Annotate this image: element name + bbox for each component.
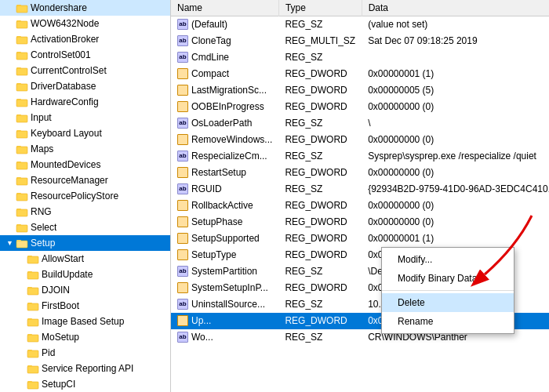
table-row[interactable]: abRespecializeCm...REG_SZSysprep\sysprep… — [171, 148, 549, 165]
sidebar-item-label: BuildUpdate — [42, 267, 93, 281]
menu-item-modify[interactable]: Modify... — [382, 250, 514, 269]
value-name: RollbackActive — [191, 198, 253, 212]
table-row[interactable]: ab(Default)REG_SZ(value not set) — [171, 16, 549, 33]
cell-name: abUninstallSource... — [171, 296, 278, 313]
cell-type: REG_DWORD — [278, 214, 362, 230]
table-row[interactable]: RestartSetupREG_DWORD0x00000000 (0) — [171, 165, 549, 181]
cell-data: 0x00000001 (1) — [362, 230, 549, 247]
sidebar-item-maps[interactable]: ▶Maps — [0, 141, 170, 157]
sidebar-item-label: MoSetup — [42, 330, 79, 344]
ab-icon: ab — [177, 35, 188, 46]
sidebar-item-djoin[interactable]: DJOIN — [0, 282, 170, 298]
sidebar-item-currentcontrolset[interactable]: ▶CurrentControlSet — [0, 63, 170, 78]
reg-icon — [177, 216, 188, 227]
cell-name: abSystemPartition — [171, 263, 278, 280]
cell-data: 0x00000000 (0) — [362, 198, 549, 214]
sidebar-item-allowstart[interactable]: AllowStart — [0, 251, 170, 267]
sidebar-item-wondershare[interactable]: ▶Wondershare — [0, 0, 170, 16]
folder-icon — [16, 206, 28, 217]
sidebar-item-label: RNG — [31, 205, 52, 219]
menu-item-rename[interactable]: Rename — [382, 312, 514, 331]
svg-rect-15 — [16, 115, 27, 122]
sidebar-item-servicereportingapi[interactable]: Service Reporting API — [0, 361, 170, 376]
sidebar-item-label: Maps — [31, 142, 53, 156]
value-name: SetupSupported — [191, 231, 260, 245]
sidebar-item-label: Keyboard Layout — [31, 126, 102, 140]
sidebar-item-imagebasedsetup[interactable]: Image Based Setup — [0, 314, 170, 329]
cell-name: abRespecializeCm... — [171, 148, 278, 165]
sidebar-item-resourcepolicystore[interactable]: ▶ResourcePolicyStore — [0, 188, 170, 204]
expand-arrow-icon: ▶ — [6, 126, 14, 140]
cell-type: REG_DWORD — [278, 280, 362, 296]
sidebar-item-select[interactable]: ▶Select — [0, 220, 170, 235]
sidebar-item-label: ControlSet001 — [31, 48, 91, 62]
cell-name: SetupType — [171, 247, 278, 263]
expand-arrow-icon: ▶ — [6, 111, 14, 125]
sidebar-item-rng[interactable]: ▶RNG — [0, 204, 170, 220]
sidebar-item-label: Image Based Setup — [42, 314, 124, 328]
expand-arrow-icon: ▶ — [6, 48, 14, 62]
folder-icon — [27, 269, 39, 280]
sidebar-item-setupci[interactable]: SetupCI — [0, 376, 170, 392]
cell-type: REG_DWORD — [278, 313, 362, 329]
sidebar-item-input[interactable]: ▶Input — [0, 110, 170, 125]
cell-type: REG_DWORD — [278, 82, 362, 99]
table-row[interactable]: abCloneTagREG_MULTI_SZSat Dec 07 09:18:2… — [171, 33, 549, 49]
menu-item-modifybinary[interactable]: Modify Binary Data... — [382, 269, 514, 288]
sidebar-item-buildupdate[interactable]: BuildUpdate — [0, 267, 170, 282]
ab-icon: ab — [177, 183, 188, 194]
sidebar-item-label: Input — [31, 111, 52, 125]
folder-icon — [16, 49, 28, 60]
value-name: Up... — [191, 314, 211, 328]
value-name: UninstallSource... — [191, 297, 265, 311]
folder-icon — [27, 285, 39, 296]
value-name: SystemPartition — [191, 264, 257, 278]
folder-icon — [27, 347, 39, 358]
svg-rect-45 — [27, 350, 38, 358]
table-row[interactable]: RollbackActiveREG_DWORD0x00000000 (0) — [171, 198, 549, 214]
table-row[interactable]: abOsLoaderPathREG_SZ\ — [171, 115, 549, 132]
menu-separator — [382, 290, 514, 291]
col-data: Data — [362, 0, 549, 16]
table-row[interactable]: abRGUIDREG_SZ{92934B2D-9759-41D0-96AD-3E… — [171, 181, 549, 198]
sidebar-item-driverdatabase[interactable]: ▶DriverDatabase — [0, 78, 170, 94]
table-row[interactable]: LastMigrationSc...REG_DWORD0x00000005 (5… — [171, 82, 549, 99]
sidebar-item-pid[interactable]: Pid — [0, 345, 170, 361]
cell-type: REG_DWORD — [278, 66, 362, 82]
value-name: RemoveWindows... — [191, 132, 272, 147]
cell-name: OOBEInProgress — [171, 99, 278, 115]
sidebar-item-resourcemanager[interactable]: ▶ResourceManager — [0, 172, 170, 188]
ab-icon: ab — [177, 118, 188, 129]
table-row[interactable]: SetupPhaseREG_DWORD0x00000000 (0) — [171, 214, 549, 230]
expand-arrow-icon: ▶ — [6, 32, 14, 46]
sidebar-item-firstboot[interactable]: FirstBoot — [0, 298, 170, 314]
svg-rect-29 — [16, 225, 27, 232]
folder-icon — [16, 81, 28, 92]
value-name: RespecializeCm... — [191, 149, 267, 163]
sidebar-item-mounteddevices[interactable]: ▶MountedDevices — [0, 157, 170, 172]
folder-icon — [16, 238, 28, 249]
sidebar-item-wow6432node[interactable]: ▶WOW6432Node — [0, 16, 170, 31]
svg-rect-23 — [16, 178, 27, 185]
table-row[interactable]: SetupSupportedREG_DWORD0x00000001 (1) — [171, 230, 549, 247]
table-row[interactable]: abCmdLineREG_SZ — [171, 49, 549, 66]
reg-icon — [177, 233, 188, 244]
table-row[interactable]: RemoveWindows...REG_DWORD0x00000000 (0) — [171, 132, 549, 148]
table-row[interactable]: CompactREG_DWORD0x00000001 (1) — [171, 66, 549, 82]
cell-type: REG_SZ — [278, 296, 362, 313]
folder-icon — [27, 332, 39, 343]
table-header-row: Name Type Data — [171, 0, 549, 16]
menu-item-delete[interactable]: Delete — [382, 293, 514, 312]
cell-data: 0x00000000 (0) — [362, 214, 549, 230]
expand-arrow-icon: ▼ — [6, 236, 14, 250]
sidebar-item-controlset001[interactable]: ▶ControlSet001 — [0, 47, 170, 63]
sidebar-item-hardwareconfig[interactable]: ▶HardwareConfig — [0, 94, 170, 110]
expand-arrow-icon: ▶ — [6, 16, 14, 31]
sidebar-item-mosetup[interactable]: MoSetup — [0, 329, 170, 345]
sidebar-item-activationbroker[interactable]: ▶ActivationBroker — [0, 31, 170, 47]
registry-editor: ▶Wondershare▶WOW6432Node▶ActivationBroke… — [0, 0, 549, 392]
table-row[interactable]: OOBEInProgressREG_DWORD0x00000000 (0) — [171, 99, 549, 115]
sidebar-item-keyboardlayout[interactable]: ▶Keyboard Layout — [0, 125, 170, 141]
expand-arrow-icon: ▶ — [6, 1, 14, 15]
sidebar-item-setup[interactable]: ▼Setup — [0, 235, 170, 251]
